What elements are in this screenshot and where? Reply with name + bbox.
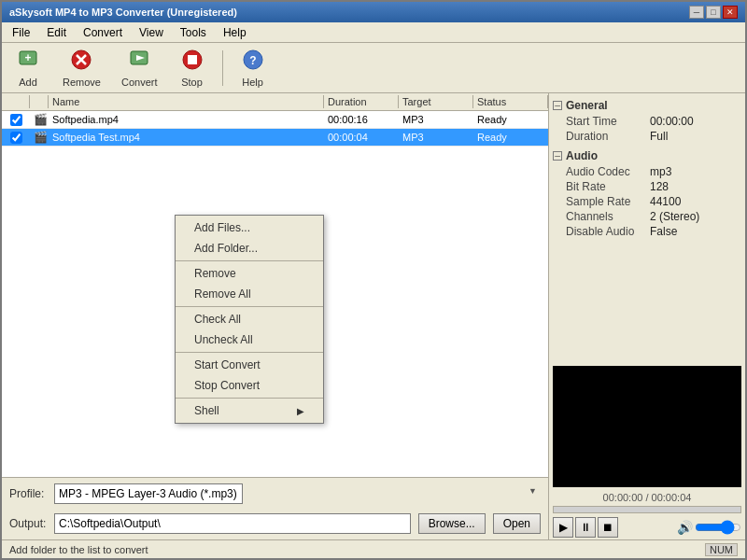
add-icon: + bbox=[17, 49, 39, 75]
window-controls: ─ □ ✕ bbox=[689, 6, 738, 19]
col-duration: Duration bbox=[324, 95, 399, 108]
stop-playback-button[interactable]: ⏹ bbox=[598, 517, 618, 538]
prop-duration: Duration Full bbox=[553, 129, 741, 144]
prop-bitrate: Bit Rate 128 bbox=[553, 179, 741, 194]
prop-disable-audio-val: False bbox=[650, 225, 740, 238]
ctx-uncheck-all[interactable]: Uncheck All bbox=[176, 329, 323, 350]
svg-text:+: + bbox=[24, 51, 31, 64]
right-panel: ─ General Start Time 00:00:00 Duration F… bbox=[549, 93, 745, 539]
menu-tools[interactable]: Tools bbox=[174, 24, 213, 41]
status-text: Add folder to the list to convert bbox=[9, 544, 148, 555]
stop-icon bbox=[181, 49, 204, 75]
playback-controls: ▶ ⏸ ⏹ 🔊 bbox=[549, 515, 745, 539]
col-status: Status bbox=[473, 95, 548, 108]
file-list-header: Name Duration Target Status bbox=[2, 93, 548, 111]
maximize-button[interactable]: □ bbox=[706, 6, 721, 19]
svg-text:?: ? bbox=[249, 54, 256, 67]
ctx-separator-1 bbox=[176, 260, 323, 261]
video-preview bbox=[553, 366, 741, 487]
toolbar: + Add Remove Convert Stop ? bbox=[2, 43, 745, 93]
row2-target: MP3 bbox=[399, 130, 473, 145]
general-expand-icon[interactable]: ─ bbox=[553, 101, 562, 110]
convert-button[interactable]: Convert bbox=[115, 47, 164, 90]
row1-checkbox[interactable] bbox=[2, 112, 30, 128]
prop-start-time: Start Time 00:00:00 bbox=[553, 114, 741, 129]
audio-group-label: Audio bbox=[566, 149, 598, 162]
ctx-separator-4 bbox=[176, 398, 323, 399]
add-label: Add bbox=[19, 77, 37, 88]
row2-icon: 🎬 bbox=[30, 129, 49, 146]
table-row[interactable]: 🎬 Softpedia Test.mp4 00:00:04 MP3 Ready bbox=[2, 129, 548, 147]
row1-icon: 🎬 bbox=[30, 111, 49, 128]
ctx-stop-convert[interactable]: Stop Convert bbox=[176, 375, 323, 396]
ctx-separator-3 bbox=[176, 352, 323, 353]
table-row[interactable]: 🎬 Softpedia.mp4 00:00:16 MP3 Ready bbox=[2, 111, 548, 129]
prop-channels-key: Channels bbox=[566, 210, 650, 223]
prop-start-time-val: 00:00:00 bbox=[650, 115, 740, 128]
prop-bitrate-key: Bit Rate bbox=[566, 180, 650, 193]
row2-status: Ready bbox=[473, 130, 548, 145]
ctx-start-convert[interactable]: Start Convert bbox=[176, 355, 323, 375]
properties-panel: ─ General Start Time 00:00:00 Duration F… bbox=[549, 93, 745, 362]
col-check bbox=[2, 95, 30, 108]
menu-help[interactable]: Help bbox=[217, 24, 253, 41]
close-button[interactable]: ✕ bbox=[723, 6, 738, 19]
prop-duration-key: Duration bbox=[566, 130, 650, 143]
ctx-remove[interactable]: Remove bbox=[176, 263, 323, 284]
browse-button[interactable]: Browse... bbox=[418, 513, 486, 534]
row2-name: Softpedia Test.mp4 bbox=[49, 130, 324, 145]
remove-button[interactable]: Remove bbox=[56, 47, 107, 90]
pause-button[interactable]: ⏸ bbox=[575, 517, 596, 538]
stop-label: Stop bbox=[181, 77, 203, 88]
general-group-header[interactable]: ─ General bbox=[553, 97, 741, 114]
app-window: aSkysoft MP4 to MP3 Converter (Unregiste… bbox=[0, 0, 747, 560]
profile-label: Profile: bbox=[9, 487, 47, 500]
ctx-check-all[interactable]: Check All bbox=[176, 309, 323, 329]
stop-button[interactable]: Stop bbox=[172, 47, 213, 90]
minimize-button[interactable]: ─ bbox=[689, 6, 704, 19]
menu-file[interactable]: File bbox=[6, 24, 36, 41]
col-name: Name bbox=[49, 95, 324, 108]
prop-bitrate-val: 128 bbox=[650, 180, 740, 193]
play-button[interactable]: ▶ bbox=[553, 517, 573, 538]
audio-expand-icon[interactable]: ─ bbox=[553, 151, 562, 161]
ctx-remove-all[interactable]: Remove All bbox=[176, 284, 323, 304]
profile-select[interactable]: MP3 - MPEG Layer-3 Audio (*.mp3) bbox=[54, 483, 243, 504]
prop-codec-key: Audio Codec bbox=[566, 165, 650, 178]
row1-target: MP3 bbox=[399, 112, 473, 127]
output-label: Output: bbox=[9, 517, 47, 530]
mp4-icon: 🎬 bbox=[34, 113, 49, 126]
left-panel: Name Duration Target Status 🎬 Softpedia.… bbox=[2, 93, 549, 539]
output-path-input[interactable] bbox=[54, 513, 411, 534]
window-title: aSkysoft MP4 to MP3 Converter (Unregiste… bbox=[9, 7, 237, 18]
volume-icon: 🔊 bbox=[677, 520, 693, 535]
mp4-icon: 🎬 bbox=[34, 131, 49, 144]
add-button[interactable]: + Add bbox=[7, 47, 49, 90]
ctx-add-folder[interactable]: Add Folder... bbox=[176, 238, 323, 259]
open-button[interactable]: Open bbox=[493, 513, 541, 534]
menu-bar: File Edit Convert View Tools Help bbox=[2, 22, 745, 43]
audio-group-header[interactable]: ─ Audio bbox=[553, 147, 741, 164]
toolbar-separator bbox=[222, 50, 223, 86]
ctx-add-files[interactable]: Add Files... bbox=[176, 217, 323, 238]
prop-disable-audio: Disable Audio False bbox=[553, 224, 741, 239]
row1-status: Ready bbox=[473, 112, 548, 127]
submenu-arrow-icon: ▶ bbox=[297, 406, 304, 416]
ctx-shell[interactable]: Shell ▶ bbox=[176, 400, 323, 421]
output-area: Output: Browse... Open bbox=[2, 510, 548, 539]
help-label: Help bbox=[242, 77, 263, 88]
file-list[interactable]: Name Duration Target Status 🎬 Softpedia.… bbox=[2, 93, 548, 477]
prop-start-time-key: Start Time bbox=[566, 115, 650, 128]
title-bar: aSkysoft MP4 to MP3 Converter (Unregiste… bbox=[2, 2, 745, 22]
prop-samplerate-key: Sample Rate bbox=[566, 195, 650, 208]
menu-convert[interactable]: Convert bbox=[77, 24, 129, 41]
volume-slider[interactable] bbox=[695, 520, 741, 535]
time-display: 00:00:00 / 00:00:04 bbox=[549, 491, 745, 504]
menu-edit[interactable]: Edit bbox=[40, 24, 73, 41]
row2-checkbox[interactable] bbox=[2, 130, 30, 146]
help-button[interactable]: ? Help bbox=[233, 47, 274, 90]
prop-audio-codec: Audio Codec mp3 bbox=[553, 164, 741, 179]
menu-view[interactable]: View bbox=[133, 24, 170, 41]
remove-label: Remove bbox=[63, 77, 101, 88]
num-indicator: NUM bbox=[705, 543, 738, 556]
